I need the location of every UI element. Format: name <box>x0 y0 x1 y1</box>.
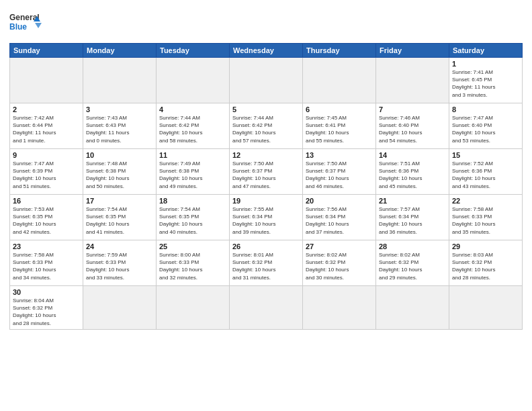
day-info: Sunrise: 7:48 AM Sunset: 6:38 PM Dayligh… <box>86 160 153 190</box>
calendar-cell: 17Sunrise: 7:54 AM Sunset: 6:35 PM Dayli… <box>83 195 157 240</box>
calendar-cell-empty <box>157 286 230 330</box>
day-number: 8 <box>452 105 519 113</box>
day-info: Sunrise: 8:00 AM Sunset: 6:33 PM Dayligh… <box>159 251 226 281</box>
calendar-table: SundayMondayTuesdayWednesdayThursdayFrid… <box>9 43 523 330</box>
calendar-cell: 18Sunrise: 7:54 AM Sunset: 6:35 PM Dayli… <box>157 195 230 240</box>
calendar-cell: 28Sunrise: 8:02 AM Sunset: 6:32 PM Dayli… <box>376 240 449 286</box>
day-number: 17 <box>86 197 153 205</box>
calendar-cell: 12Sunrise: 7:50 AM Sunset: 6:37 PM Dayli… <box>230 149 303 195</box>
calendar-cell: 6Sunrise: 7:45 AM Sunset: 6:41 PM Daylig… <box>303 103 376 149</box>
day-number: 28 <box>379 242 446 250</box>
day-info: Sunrise: 7:42 AM Sunset: 6:44 PM Dayligh… <box>13 114 80 144</box>
day-number: 3 <box>86 105 153 113</box>
calendar-row-1: 1Sunrise: 7:41 AM Sunset: 6:45 PM Daylig… <box>10 58 523 103</box>
calendar-row-3: 9Sunrise: 7:47 AM Sunset: 6:39 PM Daylig… <box>10 149 523 195</box>
calendar-cell: 9Sunrise: 7:47 AM Sunset: 6:39 PM Daylig… <box>10 149 83 195</box>
weekday-header-friday: Friday <box>376 44 449 58</box>
calendar-cell: 11Sunrise: 7:49 AM Sunset: 6:38 PM Dayli… <box>157 149 230 195</box>
calendar-cell <box>83 58 157 103</box>
day-info: Sunrise: 8:01 AM Sunset: 6:32 PM Dayligh… <box>232 251 300 281</box>
day-info: Sunrise: 7:53 AM Sunset: 6:35 PM Dayligh… <box>13 205 80 236</box>
logo: General Blue <box>9 8 44 38</box>
calendar-cell: 14Sunrise: 7:51 AM Sunset: 6:36 PM Dayli… <box>376 149 449 195</box>
day-info: Sunrise: 7:47 AM Sunset: 6:40 PM Dayligh… <box>452 114 519 144</box>
calendar-cell: 19Sunrise: 7:55 AM Sunset: 6:34 PM Dayli… <box>230 195 303 240</box>
day-info: Sunrise: 7:58 AM Sunset: 6:33 PM Dayligh… <box>13 251 80 281</box>
calendar-cell: 26Sunrise: 8:01 AM Sunset: 6:32 PM Dayli… <box>230 240 303 286</box>
calendar-cell <box>376 58 449 103</box>
day-number: 19 <box>232 197 300 205</box>
calendar-row-4: 16Sunrise: 7:53 AM Sunset: 6:35 PM Dayli… <box>10 195 523 240</box>
day-info: Sunrise: 7:44 AM Sunset: 6:42 PM Dayligh… <box>159 114 226 144</box>
calendar-cell: 4Sunrise: 7:44 AM Sunset: 6:42 PM Daylig… <box>157 103 230 149</box>
weekday-header-monday: Monday <box>83 44 157 58</box>
day-number: 7 <box>379 105 446 113</box>
day-number: 29 <box>452 242 519 250</box>
weekday-header-saturday: Saturday <box>449 44 523 58</box>
calendar-row-2: 2Sunrise: 7:42 AM Sunset: 6:44 PM Daylig… <box>10 103 523 149</box>
day-info: Sunrise: 7:44 AM Sunset: 6:42 PM Dayligh… <box>232 114 300 144</box>
day-info: Sunrise: 7:50 AM Sunset: 6:37 PM Dayligh… <box>232 160 300 190</box>
day-info: Sunrise: 7:47 AM Sunset: 6:39 PM Dayligh… <box>13 160 80 190</box>
day-info: Sunrise: 7:56 AM Sunset: 6:34 PM Dayligh… <box>306 205 373 236</box>
day-number: 24 <box>86 242 153 250</box>
day-info: Sunrise: 8:04 AM Sunset: 6:32 PM Dayligh… <box>13 297 80 327</box>
calendar-cell-empty <box>230 286 303 330</box>
calendar-cell-empty <box>303 286 376 330</box>
day-number: 5 <box>232 105 300 113</box>
weekday-header-thursday: Thursday <box>303 44 376 58</box>
weekday-header-tuesday: Tuesday <box>157 44 230 58</box>
calendar-cell <box>230 58 303 103</box>
day-info: Sunrise: 7:58 AM Sunset: 6:33 PM Dayligh… <box>452 205 519 236</box>
day-info: Sunrise: 7:46 AM Sunset: 6:40 PM Dayligh… <box>379 114 446 144</box>
calendar-row-6: 30Sunrise: 8:04 AM Sunset: 6:32 PM Dayli… <box>10 286 523 330</box>
calendar-cell: 3Sunrise: 7:43 AM Sunset: 6:43 PM Daylig… <box>83 103 157 149</box>
day-number: 18 <box>159 197 226 205</box>
day-number: 12 <box>232 151 300 159</box>
weekday-header-sunday: Sunday <box>10 44 83 58</box>
day-number: 22 <box>452 197 519 205</box>
day-number: 2 <box>13 105 80 113</box>
day-number: 20 <box>306 197 373 205</box>
day-number: 25 <box>159 242 226 250</box>
day-number: 23 <box>13 242 80 250</box>
day-info: Sunrise: 7:41 AM Sunset: 6:45 PM Dayligh… <box>452 68 519 99</box>
calendar-cell: 25Sunrise: 8:00 AM Sunset: 6:33 PM Dayli… <box>157 240 230 286</box>
day-number: 15 <box>452 151 519 159</box>
calendar-cell: 20Sunrise: 7:56 AM Sunset: 6:34 PM Dayli… <box>303 195 376 240</box>
calendar-cell <box>303 58 376 103</box>
svg-marker-3 <box>35 23 42 28</box>
calendar-cell: 7Sunrise: 7:46 AM Sunset: 6:40 PM Daylig… <box>376 103 449 149</box>
calendar-cell <box>10 58 83 103</box>
day-number: 30 <box>13 288 80 296</box>
day-info: Sunrise: 7:52 AM Sunset: 6:36 PM Dayligh… <box>452 160 519 190</box>
day-info: Sunrise: 8:03 AM Sunset: 6:32 PM Dayligh… <box>452 251 519 281</box>
header: General Blue <box>9 8 523 38</box>
day-number: 11 <box>159 151 226 159</box>
calendar-cell: 23Sunrise: 7:58 AM Sunset: 6:33 PM Dayli… <box>10 240 83 286</box>
calendar-cell: 24Sunrise: 7:59 AM Sunset: 6:33 PM Dayli… <box>83 240 157 286</box>
day-info: Sunrise: 7:43 AM Sunset: 6:43 PM Dayligh… <box>86 114 153 144</box>
day-info: Sunrise: 7:57 AM Sunset: 6:34 PM Dayligh… <box>379 205 446 236</box>
calendar-cell: 29Sunrise: 8:03 AM Sunset: 6:32 PM Dayli… <box>449 240 523 286</box>
calendar-cell-empty <box>376 286 449 330</box>
calendar-cell: 5Sunrise: 7:44 AM Sunset: 6:42 PM Daylig… <box>230 103 303 149</box>
day-number: 16 <box>13 197 80 205</box>
day-info: Sunrise: 7:50 AM Sunset: 6:37 PM Dayligh… <box>306 160 373 190</box>
day-info: Sunrise: 8:02 AM Sunset: 6:32 PM Dayligh… <box>379 251 446 281</box>
page: General Blue SundayMondayTuesdayWednesda… <box>0 0 532 411</box>
calendar-cell: 2Sunrise: 7:42 AM Sunset: 6:44 PM Daylig… <box>10 103 83 149</box>
day-info: Sunrise: 7:51 AM Sunset: 6:36 PM Dayligh… <box>379 160 446 190</box>
calendar-cell: 27Sunrise: 8:02 AM Sunset: 6:32 PM Dayli… <box>303 240 376 286</box>
day-info: Sunrise: 7:54 AM Sunset: 6:35 PM Dayligh… <box>159 205 226 236</box>
day-number: 9 <box>13 151 80 159</box>
day-info: Sunrise: 7:55 AM Sunset: 6:34 PM Dayligh… <box>232 205 300 236</box>
day-number: 14 <box>379 151 446 159</box>
day-number: 13 <box>306 151 373 159</box>
calendar-cell: 8Sunrise: 7:47 AM Sunset: 6:40 PM Daylig… <box>449 103 523 149</box>
calendar-row-5: 23Sunrise: 7:58 AM Sunset: 6:33 PM Dayli… <box>10 240 523 286</box>
calendar-cell: 13Sunrise: 7:50 AM Sunset: 6:37 PM Dayli… <box>303 149 376 195</box>
calendar-cell-empty <box>83 286 157 330</box>
day-number: 1 <box>452 60 519 68</box>
day-number: 6 <box>306 105 373 113</box>
